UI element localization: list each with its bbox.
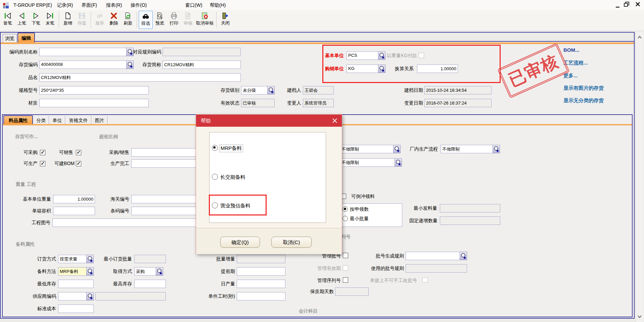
menu-item-help[interactable]: 帮助(H) [210,0,226,10]
batch-rule-combo[interactable] [406,252,467,260]
menu-item-report[interactable]: 报表(R) [106,0,122,10]
purchasable-checkbox[interactable] [40,150,45,155]
item-abbr-field[interactable]: CR12MOV精料 [163,61,241,69]
acquire-mode-combo[interactable]: 采购 [134,267,163,276]
limit1-value[interactable]: 不做限制 [340,145,393,153]
unit-hours-label: 单件工时(秒) [195,292,235,300]
lookup-icon[interactable] [393,145,401,153]
filter-button[interactable]: 筛选 [139,11,153,29]
lead-time-field[interactable] [237,267,285,276]
backup-method-combo[interactable]: MRP备料 [58,267,94,276]
limit1-combo[interactable]: 不做限制 [340,145,401,153]
restore-button[interactable] [624,2,631,8]
close-window-icon[interactable] [635,2,643,8]
print-button[interactable]: 打印 [167,11,181,29]
vertical-scrollbar[interactable] [635,32,644,322]
fixed-increment-field [440,216,500,225]
new-button[interactable]: 新增 [61,11,75,29]
material-field[interactable] [39,99,149,107]
level-combo[interactable]: 未分级 [241,86,275,94]
delete-button[interactable]: 删除 [107,11,121,29]
limit2-combo[interactable]: 不做限制 [340,158,402,167]
used-batch-rule-field [406,264,467,273]
bom-link[interactable]: BOM... [563,47,580,53]
factory-flow-value[interactable]: 不做限制 [441,145,493,153]
last-record-button[interactable]: 末笔 [43,11,57,29]
prev-record-button[interactable]: 上笔 [15,11,29,29]
manage-serial-checkbox[interactable] [343,277,348,283]
tab-browse[interactable]: 浏览 [3,34,17,42]
option-mrp-radio[interactable] [212,145,218,151]
std-cost-field[interactable] [58,305,94,313]
menu-item-ui[interactable]: 界面(F) [82,0,97,10]
code-category-combo[interactable] [39,48,134,56]
lookup-icon[interactable] [395,158,402,167]
option-long-lead-label[interactable]: 长交期备料 [220,174,245,180]
menu-item-record[interactable]: 记录(R) [57,0,73,10]
bomable-checkbox[interactable] [76,161,81,166]
menu-item-action[interactable]: 操作(O) [131,0,147,10]
scroll-up-icon[interactable] [636,33,644,41]
subtab-units[interactable]: 单位 [50,116,65,125]
option-mrp-label[interactable]: MRP备料 [220,145,243,152]
backup-method-value[interactable]: MRP备料 [58,267,86,276]
close-button[interactable]: 关闭 [218,11,232,29]
max-stock-field[interactable] [134,280,166,288]
next-record-button[interactable]: 下笔 [29,11,43,29]
limit2-value[interactable]: 不做限制 [340,158,395,167]
batch-rule-value[interactable] [406,252,460,260]
ok-button[interactable]: 确定(Q) [220,237,260,248]
level-value[interactable]: 未分级 [241,86,267,94]
cancel-audit-button[interactable]: 取消审核 [195,11,215,29]
supplier-code-combo[interactable] [58,292,94,300]
lookup-icon[interactable] [493,145,500,153]
minimize-button[interactable] [614,1,621,8]
menu-item-app[interactable]: T-GROUP ERP(E) [13,0,52,10]
item-code-combo[interactable]: 400400008 [39,61,134,69]
base-unit-weight-field[interactable]: 1.00000 [53,195,95,203]
modifier-field: 系统管理员 [303,99,334,107]
subtab-item-attributes[interactable]: 料品属性 [3,115,33,124]
subtab-qualification[interactable]: 资格文件 [66,116,91,125]
refresh-button[interactable]: 刷新 [121,11,135,29]
spec-field[interactable]: 250*240*35 [39,86,149,94]
lookup-icon[interactable] [460,252,467,260]
item-code-value[interactable]: 400400008 [39,61,126,69]
producible-checkbox[interactable] [40,161,45,166]
lookup-icon[interactable] [86,292,94,300]
panel-top-border [0,32,635,33]
supplier-code-value[interactable] [58,292,86,300]
order-mode-value[interactable]: 按需求量 [58,255,86,263]
box-volume-field[interactable] [53,207,95,215]
sellable-checkbox[interactable] [76,150,81,155]
lookup-icon[interactable] [156,267,163,276]
show-unclassified-link[interactable]: 显示无分类的存货 [563,97,604,104]
acquire-mode-value[interactable]: 采购 [134,267,156,276]
scroll-down-icon[interactable] [636,313,644,321]
manage-batch-checkbox[interactable] [343,253,348,258]
first-record-button[interactable]: 首笔 [1,11,15,29]
code-category-value[interactable] [39,48,126,56]
lookup-icon[interactable] [86,255,94,263]
unit-hours-field[interactable] [237,292,285,300]
show-with-image-link[interactable]: 显示有图片的存货 [563,85,604,91]
issue-min-batch-radio[interactable] [342,216,348,221]
factory-flow-combo[interactable]: 不做限制 [441,145,500,153]
min-stock-field[interactable] [58,280,94,288]
subtab-images[interactable]: 图片 [92,116,107,125]
lookup-icon[interactable] [86,267,94,276]
daily-output-field[interactable] [237,280,285,288]
cancel-button[interactable]: 取消(C) [271,237,312,248]
tab-edit[interactable]: 编辑 [17,33,35,43]
subtab-classification[interactable]: 分类 [34,116,49,125]
menu-item-window[interactable]: 窗口(W) [185,0,202,10]
item-name-field[interactable]: CR12MOV精料 [39,73,241,82]
issue-by-request-radio[interactable] [342,206,348,212]
batch-increment-label: 批量增量 [195,255,235,263]
dialog-close-icon[interactable] [331,117,338,124]
preview-button[interactable]: 预览 [153,11,167,29]
supplier-code-label: 供应商编码 [27,292,56,300]
option-long-lead-radio[interactable] [212,174,218,180]
process-flow-link[interactable]: 工艺流程... [563,60,588,66]
order-mode-combo[interactable]: 按需求量 [58,255,94,263]
